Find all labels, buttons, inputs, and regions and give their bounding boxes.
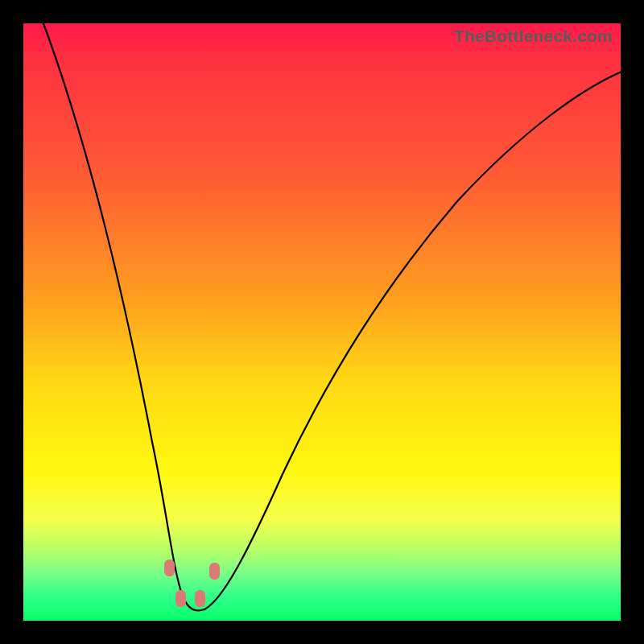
bottleneck-curve-path [41,17,625,610]
curve-marker [164,559,175,576]
chart-plot-area: TheBottleneck.com [23,23,621,621]
curve-markers [164,559,220,607]
curve-marker [195,590,205,607]
bottleneck-curve-svg [23,23,621,621]
curve-marker [175,590,186,607]
curve-marker [209,563,220,580]
